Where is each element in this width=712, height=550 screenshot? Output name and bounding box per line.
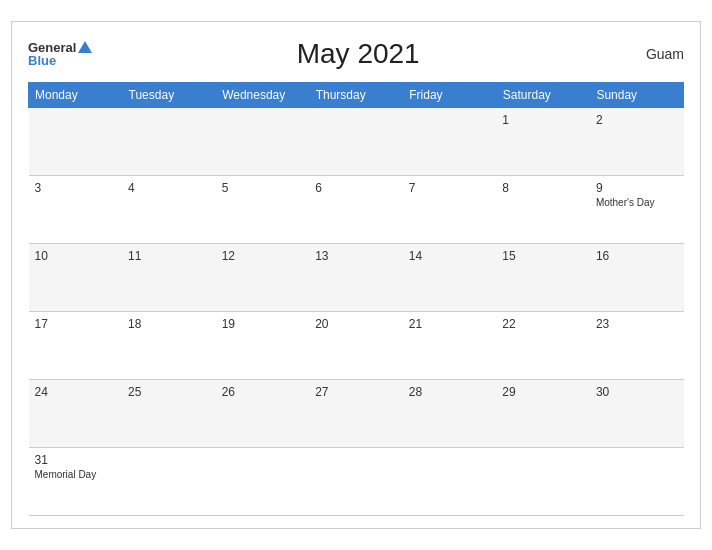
logo: General Blue — [28, 41, 92, 67]
calendar-cell: 5 — [216, 176, 310, 244]
calendar-table: MondayTuesdayWednesdayThursdayFridaySatu… — [28, 82, 684, 516]
calendar-week-row: 24252627282930 — [29, 380, 684, 448]
day-number: 5 — [222, 181, 304, 195]
day-number: 14 — [409, 249, 491, 263]
calendar-cell: 31Memorial Day — [29, 448, 123, 516]
calendar-week-row: 12 — [29, 108, 684, 176]
day-number: 25 — [128, 385, 210, 399]
calendar-cell: 19 — [216, 312, 310, 380]
day-number: 16 — [596, 249, 678, 263]
day-number: 4 — [128, 181, 210, 195]
day-number: 28 — [409, 385, 491, 399]
calendar-week-row: 17181920212223 — [29, 312, 684, 380]
calendar-cell: 27 — [309, 380, 403, 448]
day-number: 20 — [315, 317, 397, 331]
calendar-cell: 17 — [29, 312, 123, 380]
logo-triangle-icon — [78, 41, 92, 53]
calendar-cell: 10 — [29, 244, 123, 312]
month-title: May 2021 — [92, 38, 624, 70]
calendar-cell — [122, 448, 216, 516]
calendar-cell: 6 — [309, 176, 403, 244]
day-number: 27 — [315, 385, 397, 399]
calendar-cell: 23 — [590, 312, 684, 380]
day-number: 30 — [596, 385, 678, 399]
day-number: 23 — [596, 317, 678, 331]
calendar-cell: 2 — [590, 108, 684, 176]
day-number: 18 — [128, 317, 210, 331]
calendar-week-row: 31Memorial Day — [29, 448, 684, 516]
day-number: 9 — [596, 181, 678, 195]
region-label: Guam — [624, 46, 684, 62]
day-number: 8 — [502, 181, 584, 195]
day-number: 26 — [222, 385, 304, 399]
weekday-header-saturday: Saturday — [496, 83, 590, 108]
event-label: Memorial Day — [35, 469, 117, 480]
calendar-cell: 11 — [122, 244, 216, 312]
calendar-cell: 28 — [403, 380, 497, 448]
calendar-cell: 21 — [403, 312, 497, 380]
calendar-cell — [216, 448, 310, 516]
day-number: 6 — [315, 181, 397, 195]
day-number: 24 — [35, 385, 117, 399]
calendar-cell — [309, 448, 403, 516]
calendar-cell: 3 — [29, 176, 123, 244]
calendar-cell: 4 — [122, 176, 216, 244]
calendar-cell — [29, 108, 123, 176]
calendar-cell: 7 — [403, 176, 497, 244]
calendar-cell: 12 — [216, 244, 310, 312]
day-number: 1 — [502, 113, 584, 127]
calendar-cell — [309, 108, 403, 176]
calendar-cell — [403, 448, 497, 516]
logo-blue-text: Blue — [28, 54, 92, 67]
calendar-cell: 18 — [122, 312, 216, 380]
day-number: 31 — [35, 453, 117, 467]
weekday-header-wednesday: Wednesday — [216, 83, 310, 108]
calendar-cell: 24 — [29, 380, 123, 448]
calendar-cell: 25 — [122, 380, 216, 448]
calendar-cell: 14 — [403, 244, 497, 312]
weekday-header-thursday: Thursday — [309, 83, 403, 108]
day-number: 15 — [502, 249, 584, 263]
calendar-cell: 1 — [496, 108, 590, 176]
calendar-cell — [216, 108, 310, 176]
day-number: 21 — [409, 317, 491, 331]
day-number: 10 — [35, 249, 117, 263]
day-number: 13 — [315, 249, 397, 263]
calendar-container: General Blue May 2021 Guam MondayTuesday… — [11, 21, 701, 529]
calendar-cell: 8 — [496, 176, 590, 244]
calendar-cell: 9Mother's Day — [590, 176, 684, 244]
calendar-week-row: 10111213141516 — [29, 244, 684, 312]
day-number: 12 — [222, 249, 304, 263]
day-number: 2 — [596, 113, 678, 127]
calendar-cell — [496, 448, 590, 516]
weekday-header-sunday: Sunday — [590, 83, 684, 108]
day-number: 11 — [128, 249, 210, 263]
calendar-cell: 20 — [309, 312, 403, 380]
calendar-cell: 26 — [216, 380, 310, 448]
day-number: 22 — [502, 317, 584, 331]
calendar-week-row: 3456789Mother's Day — [29, 176, 684, 244]
calendar-header: General Blue May 2021 Guam — [28, 38, 684, 70]
calendar-cell: 29 — [496, 380, 590, 448]
calendar-cell: 16 — [590, 244, 684, 312]
weekday-header-row: MondayTuesdayWednesdayThursdayFridaySatu… — [29, 83, 684, 108]
weekday-header-friday: Friday — [403, 83, 497, 108]
calendar-cell: 13 — [309, 244, 403, 312]
calendar-cell — [122, 108, 216, 176]
event-label: Mother's Day — [596, 197, 678, 208]
calendar-cell — [590, 448, 684, 516]
calendar-cell: 15 — [496, 244, 590, 312]
calendar-cell — [403, 108, 497, 176]
day-number: 19 — [222, 317, 304, 331]
weekday-header-tuesday: Tuesday — [122, 83, 216, 108]
day-number: 29 — [502, 385, 584, 399]
calendar-cell: 22 — [496, 312, 590, 380]
day-number: 17 — [35, 317, 117, 331]
day-number: 3 — [35, 181, 117, 195]
calendar-cell: 30 — [590, 380, 684, 448]
day-number: 7 — [409, 181, 491, 195]
weekday-header-monday: Monday — [29, 83, 123, 108]
